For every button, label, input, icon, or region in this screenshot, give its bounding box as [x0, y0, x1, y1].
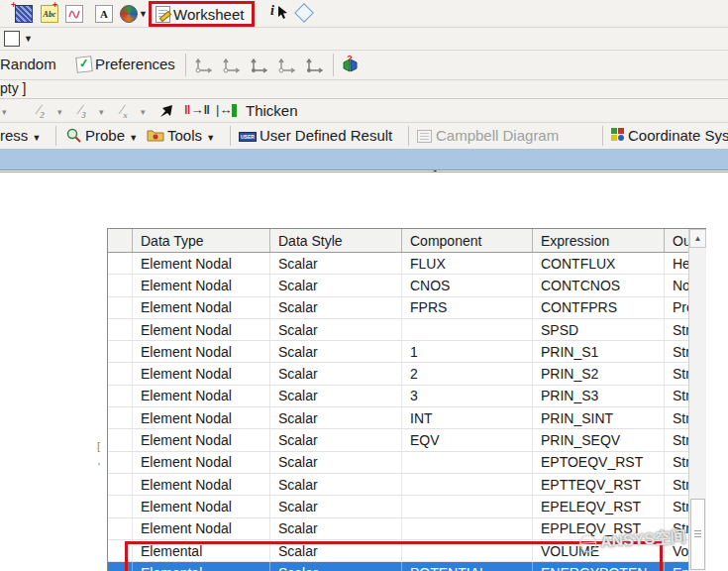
header-selector[interactable]: [108, 229, 133, 252]
header-component[interactable]: Component: [402, 229, 533, 252]
worksheet-button[interactable]: Worksheet: [149, 1, 255, 27]
cell-expression[interactable]: PRIN_SEQV: [533, 429, 665, 450]
cell-data-style[interactable]: Scalar: [270, 562, 402, 571]
cell-output[interactable]: Stra: [665, 452, 689, 473]
cell-component[interactable]: CNOS: [402, 275, 533, 295]
header-expression[interactable]: Expression: [533, 229, 665, 252]
table-row[interactable]: Element Nodal Scalar 3 PRIN_S3 Stre: [108, 386, 689, 407]
cell-output[interactable]: Stre: [665, 407, 689, 428]
cell-component[interactable]: FPRS: [402, 297, 533, 318]
cell-output[interactable]: Stra: [665, 496, 689, 516]
cell-output[interactable]: Hea: [665, 253, 689, 274]
cell-data-style[interactable]: Scalar: [270, 540, 402, 561]
header-data-style[interactable]: Data Style: [270, 229, 402, 252]
cell-output[interactable]: Pres: [665, 297, 689, 318]
coordinate-systems-button[interactable]: Coordinate Syste: [628, 127, 728, 144]
table-row[interactable]: Elemental Scalar VOLUME Volu: [108, 540, 689, 562]
cell-component[interactable]: [402, 518, 533, 539]
cell-component[interactable]: POTENTIAL: [402, 562, 533, 571]
pen-2-icon[interactable]: ∕2: [38, 102, 45, 120]
cell-expression[interactable]: SPSD: [533, 319, 665, 340]
cell-data-type[interactable]: Element Nodal: [133, 496, 270, 516]
cell-data-style[interactable]: Scalar: [270, 275, 402, 295]
cell-data-style[interactable]: Scalar: [270, 297, 402, 318]
help-book-icon[interactable]: ?: [341, 55, 361, 74]
thicken-icon[interactable]: |↔: [216, 102, 237, 117]
preferences-button[interactable]: Preferences: [95, 56, 175, 72]
cell-component[interactable]: INT: [402, 407, 533, 428]
cell-data-style[interactable]: Scalar: [270, 407, 402, 428]
row-selector-cell[interactable]: [108, 429, 133, 450]
random-button[interactable]: Random: [0, 56, 56, 72]
new-section-plane-icon[interactable]: [15, 5, 33, 23]
cell-output[interactable]: Stra: [665, 474, 689, 495]
cell-data-style[interactable]: Scalar: [270, 452, 402, 473]
cell-data-type[interactable]: Elemental: [133, 562, 270, 571]
cell-data-type[interactable]: Element Nodal: [133, 474, 270, 495]
cell-data-style[interactable]: Scalar: [270, 496, 402, 516]
table-row[interactable]: Element Nodal Scalar FLUX CONTFLUX Hea: [108, 253, 689, 275]
cell-component[interactable]: 2: [402, 363, 533, 384]
chevron-down-icon[interactable]: ▾: [57, 107, 62, 117]
vertical-scrollbar[interactable]: ▲: [688, 229, 706, 571]
cell-output[interactable]: Stre: [665, 341, 689, 362]
cell-data-type[interactable]: Element Nodal: [133, 386, 270, 406]
cell-data-type[interactable]: Element Nodal: [133, 452, 270, 473]
cell-data-style[interactable]: Scalar: [270, 341, 402, 362]
cell-data-style[interactable]: Scalar: [270, 474, 402, 495]
axis-transform-icon-4[interactable]: [277, 57, 297, 73]
table-row[interactable]: Element Nodal Scalar 1 PRIN_S1 Stre: [108, 341, 689, 363]
cell-output[interactable]: Stre: [665, 363, 689, 384]
cell-data-type[interactable]: Element Nodal: [133, 275, 270, 295]
row-selector-cell[interactable]: [108, 474, 133, 495]
axis-transform-icon-1[interactable]: [194, 57, 214, 73]
axis-transform-icon-5[interactable]: [305, 57, 325, 73]
table-row[interactable]: Element Nodal Scalar EQV PRIN_SEQV Stre: [108, 429, 689, 451]
cell-component[interactable]: [402, 474, 533, 495]
table-row[interactable]: Element Nodal Scalar EPPLEQV_RST Stra: [108, 518, 689, 540]
cell-data-type[interactable]: Element Nodal: [133, 341, 270, 362]
table-row[interactable]: Element Nodal Scalar EPELEQV_RST Stra: [108, 496, 689, 517]
cell-component[interactable]: EQV: [402, 429, 533, 450]
table-row[interactable]: Elemental Scalar POTENTIAL ENERGYPOTEN .…: [108, 562, 689, 571]
table-row[interactable]: Element Nodal Scalar EPTTEQV_RST Stra: [108, 474, 689, 496]
cell-expression[interactable]: PRIN_S3: [533, 386, 665, 406]
cell-expression[interactable]: PRIN_SINT: [533, 407, 665, 428]
pushpin-icon[interactable]: [158, 103, 174, 119]
axis-transform-icon-3[interactable]: [250, 57, 269, 73]
cell-expression[interactable]: PRIN_S2: [533, 363, 665, 384]
cell-expression[interactable]: EPTOEQV_RST: [533, 452, 665, 473]
table-row[interactable]: Element Nodal Scalar INT PRIN_SINT Stre: [108, 407, 689, 429]
campbell-diagram-button[interactable]: Campbell Diagram: [436, 127, 559, 144]
contact-gap-icon[interactable]: ‖→‖: [184, 102, 210, 117]
chevron-down-icon[interactable]: ▼: [24, 34, 33, 44]
cell-component[interactable]: [402, 540, 533, 561]
cell-output[interactable]: Stra: [665, 518, 689, 539]
stress-menu-button[interactable]: ress ▼: [0, 127, 41, 144]
row-selector-cell[interactable]: [108, 363, 133, 384]
row-selector-cell[interactable]: [108, 319, 133, 340]
scrollbar-thumb[interactable]: [690, 499, 705, 570]
cell-expression[interactable]: CONTFLUX: [533, 253, 665, 274]
cell-expression[interactable]: CONTCNOS: [533, 275, 665, 295]
cell-expression[interactable]: EPELEQV_RST: [533, 496, 665, 516]
cell-component[interactable]: 1: [402, 341, 533, 362]
chevron-down-icon[interactable]: ▾: [2, 107, 7, 117]
chevron-down-icon[interactable]: ▾: [99, 107, 104, 117]
row-selector-cell[interactable]: [108, 275, 133, 295]
table-row[interactable]: Element Nodal Scalar EPTOEQV_RST Stra: [108, 452, 689, 474]
new-chart-icon[interactable]: [65, 5, 83, 23]
row-selector-cell[interactable]: [108, 496, 133, 516]
result-display-icon[interactable]: [120, 5, 138, 23]
cell-expression[interactable]: PRIN_S1: [533, 341, 665, 362]
table-row[interactable]: Element Nodal Scalar SPSD Stre: [108, 319, 689, 341]
table-row[interactable]: Element Nodal Scalar CNOS CONTCNOS No: [108, 275, 689, 296]
tools-menu-button[interactable]: Tools ▼: [167, 127, 215, 144]
cell-component[interactable]: [402, 452, 533, 473]
cell-data-style[interactable]: Scalar: [270, 253, 402, 274]
table-row[interactable]: Element Nodal Scalar 2 PRIN_S2 Stre: [108, 363, 689, 385]
cell-data-type[interactable]: Element Nodal: [133, 253, 270, 274]
row-selector-cell[interactable]: [108, 253, 133, 274]
cell-data-style[interactable]: Scalar: [270, 319, 402, 340]
cell-expression[interactable]: VOLUME: [533, 540, 665, 561]
